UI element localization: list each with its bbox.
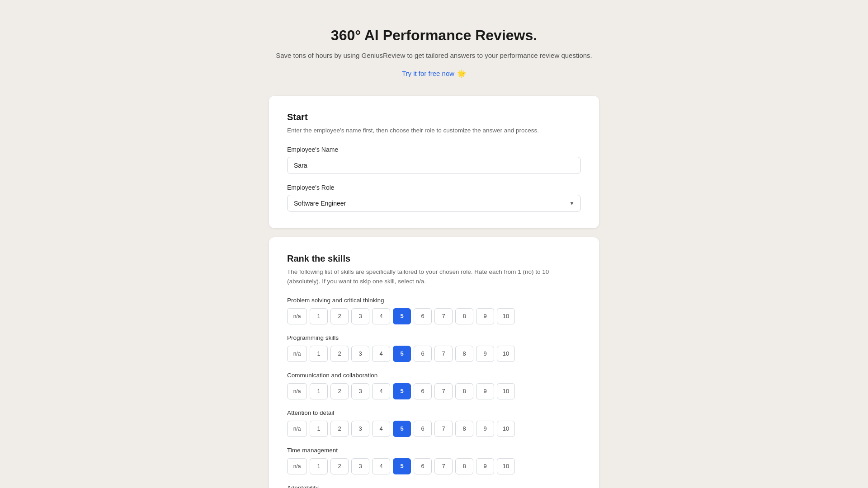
try-link[interactable]: Try it for free now 🌟 <box>402 69 466 78</box>
start-card-title: Start <box>287 112 581 122</box>
rating-button[interactable]: 2 <box>330 346 349 362</box>
rating-button[interactable]: n/a <box>287 421 307 437</box>
rating-button[interactable]: 7 <box>434 421 453 437</box>
rating-buttons: n/a12345678910 <box>287 383 581 399</box>
rating-button[interactable]: 10 <box>497 421 515 437</box>
rating-button[interactable]: 10 <box>497 346 515 362</box>
rating-button[interactable]: 4 <box>372 458 390 474</box>
rating-button[interactable]: 8 <box>455 421 473 437</box>
try-link-text: Try it for free now <box>402 70 454 77</box>
employee-name-label: Employee's Name <box>287 146 581 153</box>
rating-button[interactable]: 7 <box>434 346 453 362</box>
rating-button[interactable]: 10 <box>497 458 515 474</box>
rating-button[interactable]: 10 <box>497 383 515 399</box>
skill-group: Attention to detailn/a12345678910 <box>287 409 581 437</box>
rating-button[interactable]: n/a <box>287 383 307 399</box>
rating-button[interactable]: 7 <box>434 383 453 399</box>
rating-button[interactable]: 3 <box>351 308 369 324</box>
rating-button[interactable]: 2 <box>330 458 349 474</box>
rating-button[interactable]: 1 <box>310 308 328 324</box>
skill-group: Problem solving and critical thinkingn/a… <box>287 297 581 324</box>
rating-button[interactable]: 3 <box>351 383 369 399</box>
rating-button[interactable]: n/a <box>287 346 307 362</box>
rating-button[interactable]: 4 <box>372 346 390 362</box>
employee-name-group: Employee's Name <box>287 146 581 174</box>
rating-button[interactable]: 5 <box>393 458 411 474</box>
rating-buttons: n/a12345678910 <box>287 308 581 324</box>
skill-name: Time management <box>287 447 581 454</box>
rating-buttons: n/a12345678910 <box>287 458 581 474</box>
rating-buttons: n/a12345678910 <box>287 346 581 362</box>
skill-group: Time managementn/a12345678910 <box>287 447 581 474</box>
rating-button[interactable]: 6 <box>414 421 432 437</box>
page-title: 360° AI Performance Reviews. <box>276 27 592 44</box>
rating-button[interactable]: 7 <box>434 308 453 324</box>
start-card-description: Enter the employee's name first, then ch… <box>287 126 581 135</box>
skills-container: Problem solving and critical thinkingn/a… <box>287 297 581 488</box>
skill-group: Programming skillsn/a12345678910 <box>287 334 581 362</box>
rating-button[interactable]: 5 <box>393 346 411 362</box>
rating-button[interactable]: 3 <box>351 458 369 474</box>
rating-button[interactable]: 8 <box>455 346 473 362</box>
skill-name: Problem solving and critical thinking <box>287 297 581 304</box>
rating-button[interactable]: 2 <box>330 383 349 399</box>
rating-button[interactable]: 5 <box>393 308 411 324</box>
rating-button[interactable]: n/a <box>287 458 307 474</box>
employee-role-group: Employee's Role Software Engineer Produc… <box>287 184 581 212</box>
page-subtitle: Save tons of hours by using GeniusReview… <box>276 50 592 61</box>
rating-button[interactable]: 1 <box>310 346 328 362</box>
skill-name: Attention to detail <box>287 409 581 416</box>
lightning-icon: 🌟 <box>457 69 466 78</box>
employee-role-label: Employee's Role <box>287 184 581 191</box>
rating-button[interactable]: 2 <box>330 421 349 437</box>
rating-button[interactable]: n/a <box>287 308 307 324</box>
skills-card-description: The following list of skills are specifi… <box>287 267 581 286</box>
rating-button[interactable]: 1 <box>310 458 328 474</box>
rating-button[interactable]: 8 <box>455 308 473 324</box>
skill-group: Communication and collaborationn/a123456… <box>287 372 581 399</box>
rating-button[interactable]: 4 <box>372 383 390 399</box>
skill-name: Adaptability <box>287 484 581 488</box>
rating-button[interactable]: 10 <box>497 308 515 324</box>
rating-button[interactable]: 9 <box>476 421 494 437</box>
role-select-wrapper: Software Engineer Product Manager Design… <box>287 195 581 212</box>
employee-name-input[interactable] <box>287 157 581 174</box>
rating-button[interactable]: 9 <box>476 308 494 324</box>
skill-name: Programming skills <box>287 334 581 341</box>
rating-button[interactable]: 1 <box>310 383 328 399</box>
rating-button[interactable]: 6 <box>414 383 432 399</box>
rating-button[interactable]: 7 <box>434 458 453 474</box>
rating-buttons: n/a12345678910 <box>287 421 581 437</box>
rating-button[interactable]: 6 <box>414 346 432 362</box>
start-card: Start Enter the employee's name first, t… <box>269 96 599 228</box>
rating-button[interactable]: 8 <box>455 383 473 399</box>
rating-button[interactable]: 3 <box>351 346 369 362</box>
employee-role-select[interactable]: Software Engineer Product Manager Design… <box>287 195 581 212</box>
rating-button[interactable]: 4 <box>372 308 390 324</box>
rating-button[interactable]: 3 <box>351 421 369 437</box>
rating-button[interactable]: 9 <box>476 458 494 474</box>
page-header: 360° AI Performance Reviews. Save tons o… <box>276 27 592 78</box>
skills-card-title: Rank the skills <box>287 253 581 264</box>
rating-button[interactable]: 8 <box>455 458 473 474</box>
rating-button[interactable]: 2 <box>330 308 349 324</box>
skill-name: Communication and collaboration <box>287 372 581 379</box>
skills-card: Rank the skills The following list of sk… <box>269 237 599 488</box>
rating-button[interactable]: 6 <box>414 458 432 474</box>
rating-button[interactable]: 9 <box>476 346 494 362</box>
rating-button[interactable]: 4 <box>372 421 390 437</box>
rating-button[interactable]: 5 <box>393 421 411 437</box>
rating-button[interactable]: 9 <box>476 383 494 399</box>
rating-button[interactable]: 1 <box>310 421 328 437</box>
skill-group: Adaptabilityn/a12345678910 <box>287 484 581 488</box>
rating-button[interactable]: 5 <box>393 383 411 399</box>
rating-button[interactable]: 6 <box>414 308 432 324</box>
